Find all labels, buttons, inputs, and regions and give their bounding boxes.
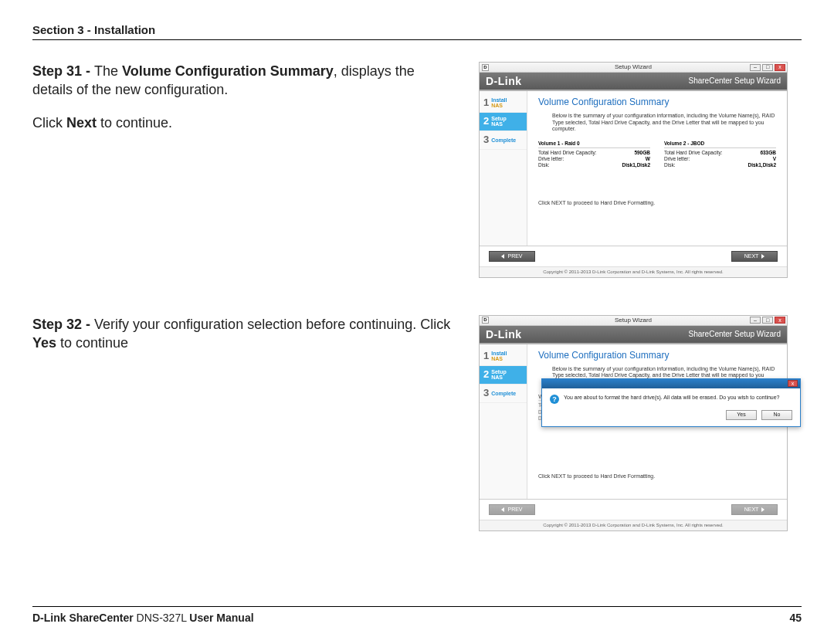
prev-button[interactable]: PREV (489, 251, 535, 262)
page-number: 45 (789, 612, 802, 624)
dlink-logo: D-Link (486, 328, 522, 341)
step-32-text: Step 32 - Verify your configuration sele… (32, 315, 457, 367)
step-num: 3 (483, 134, 489, 146)
wizard-hint: Click NEXT to proceed to Hard Drive Form… (538, 473, 776, 480)
l: NAS (491, 121, 506, 127)
wizard-sidebar: 1 InstallNAS 2 SetupNAS 3 Complete (480, 344, 527, 499)
t: to continue. (97, 115, 172, 130)
page-footer: D-Link ShareCenter DNS-327L User Manual … (32, 606, 802, 624)
question-icon: ? (550, 395, 559, 404)
brand-bar: D-Link ShareCenter Setup Wizard (480, 73, 787, 91)
footer-product: D-Link ShareCenter DNS-327L User Manual (32, 612, 254, 624)
l: NAS (491, 375, 506, 380)
step-num: 2 (483, 369, 489, 381)
wizard-page-title: Volume Configuration Summary (538, 97, 776, 108)
arrow-right-icon (761, 507, 764, 512)
t: DNS-327L User Manual (137, 612, 254, 624)
v: Disk1,Disk2 (748, 162, 777, 168)
dlink-logo: D-Link (486, 75, 522, 87)
t: Verify your configuration selection befo… (94, 317, 450, 332)
lbl: NEXT (744, 507, 759, 513)
window-maximize-button[interactable]: □ (762, 64, 773, 71)
screenshot-step31: D Setup Wizard – □ x D-Link ShareCenter … (479, 62, 788, 278)
wizard-page-title: Volume Configuration Summary (538, 351, 776, 361)
dialog-message: You are about to format the hard drive(s… (564, 395, 780, 402)
step-31-row: Step 31 - The Volume Configuration Summa… (32, 62, 802, 278)
v: 590GB (634, 150, 650, 155)
l: Setup (491, 116, 506, 121)
l: NAS (491, 103, 507, 108)
step-num: 3 (483, 388, 489, 399)
dialog-yes-button[interactable]: Yes (726, 410, 757, 420)
window-close-button[interactable]: x (775, 64, 785, 71)
bold: Volume Configuration Summary (122, 63, 334, 79)
l: Setup (491, 369, 506, 375)
window-title: Setup Wizard (480, 63, 787, 70)
volume-name: Volume 2 - JBOD (664, 141, 776, 147)
wizard-description: Below is the summary of your configurati… (538, 113, 776, 133)
step-num: 2 (483, 116, 489, 127)
bold: Next (66, 115, 97, 130)
confirm-dialog: x ? You are about to format the hard dri… (541, 378, 801, 427)
l: Complete (491, 137, 516, 143)
k: Disk: (538, 162, 549, 168)
step-label: Step 31 - (32, 63, 94, 79)
sidebar-step-install[interactable]: 1 InstallNAS (480, 94, 527, 113)
wizard-nav: PREV NEXT (480, 499, 787, 520)
k: Disk: (664, 162, 675, 168)
step-label: Step 32 - (32, 317, 94, 332)
sidebar-step-install[interactable]: 1 InstallNAS (480, 347, 527, 366)
l: Install (491, 97, 507, 103)
step-num: 1 (483, 351, 489, 362)
window-close-button[interactable]: x (775, 317, 785, 324)
window-minimize-button[interactable]: – (750, 64, 761, 71)
sidebar-step-complete[interactable]: 3 Complete (480, 385, 527, 403)
sidebar-step-setup[interactable]: 2 SetupNAS (480, 113, 527, 131)
copyright: Copyright © 2011-2013 D-Link Corporation… (480, 520, 787, 530)
bold: Yes (32, 335, 56, 351)
wizard-main: Volume Configuration Summary Below is th… (527, 344, 787, 499)
window-maximize-button[interactable]: □ (762, 317, 773, 324)
v: 633GB (760, 150, 776, 155)
brand-bar: D-Link ShareCenter Setup Wizard (480, 326, 787, 344)
dialog-titlebar: x (542, 379, 800, 388)
sidebar-step-setup[interactable]: 2 SetupNAS (480, 366, 527, 385)
v: W (646, 156, 650, 161)
next-button[interactable]: NEXT (731, 251, 778, 262)
step-32-row: Step 32 - Verify your configuration sele… (32, 315, 802, 531)
window-titlebar: D Setup Wizard – □ x (480, 63, 787, 73)
wizard-hint: Click NEXT to proceed to Hard Drive Form… (538, 200, 776, 206)
wizard-nav: PREV NEXT (480, 246, 787, 266)
l: NAS (491, 356, 507, 361)
lbl: PREV (507, 507, 522, 513)
section-header: Section 3 - Installation (32, 23, 802, 40)
dialog-close-button[interactable]: x (788, 380, 798, 387)
sidebar-step-complete[interactable]: 3 Complete (480, 131, 527, 150)
dialog-no-button[interactable]: No (761, 410, 792, 420)
wizard-subtitle: ShareCenter Setup Wizard (688, 330, 781, 339)
wizard-main: Volume Configuration Summary Below is th… (527, 91, 787, 246)
prev-button: PREV (489, 504, 535, 515)
k: Drive letter: (664, 156, 690, 161)
window-minimize-button[interactable]: – (750, 317, 761, 324)
step-num: 1 (483, 97, 489, 109)
copyright: Copyright © 2011-2013 D-Link Corporation… (480, 266, 787, 277)
k: Drive letter: (538, 156, 564, 161)
next-button: NEXT (731, 504, 778, 515)
t: D-Link ShareCenter (32, 612, 137, 624)
arrow-left-icon (501, 254, 504, 259)
lbl: NEXT (744, 253, 759, 259)
v: Disk1,Disk2 (622, 162, 651, 168)
v: V (773, 156, 776, 161)
t: Click (32, 115, 66, 130)
wizard-subtitle: ShareCenter Setup Wizard (688, 76, 781, 86)
volume-2: Volume 2 - JBOD Total Hard Drive Capacit… (664, 141, 776, 169)
lbl: PREV (507, 253, 522, 259)
l: Complete (491, 391, 516, 396)
arrow-right-icon (761, 254, 764, 259)
screenshot-step32: D Setup Wizard – □ x D-Link ShareCenter … (479, 315, 788, 531)
l: Install (491, 351, 507, 356)
arrow-left-icon (501, 507, 504, 512)
k: Total Hard Drive Capacity: (538, 150, 597, 155)
volume-1: Volume 1 - Raid 0 Total Hard Drive Capac… (538, 141, 650, 169)
